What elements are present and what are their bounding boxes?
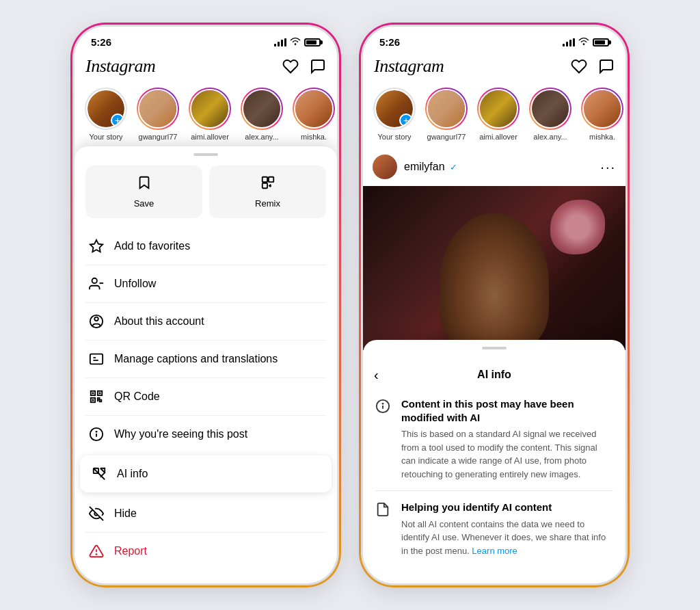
document-icon <box>375 502 392 518</box>
svg-marker-3 <box>90 240 103 252</box>
status-time: 5:26 <box>379 36 400 48</box>
svg-rect-14 <box>92 399 94 401</box>
back-button[interactable]: ‹ <box>374 367 379 383</box>
why-seeing-item[interactable]: Why you're seeing this post <box>75 416 337 453</box>
star-icon <box>88 238 105 254</box>
qr-code-item[interactable]: QR Code <box>75 378 337 415</box>
post-header: emilyfan ✓ ··· <box>363 148 625 186</box>
add-story-button[interactable]: + <box>399 114 413 127</box>
story-aimi-allover[interactable]: aimi.allover <box>476 88 520 141</box>
qr-code-icon <box>88 388 105 405</box>
story-label: gwangurl77 <box>139 133 178 141</box>
story-alex-any[interactable]: alex.any... <box>240 88 284 141</box>
ai-section-identify: Helping you identify AI content Not all … <box>363 491 625 567</box>
save-label: Save <box>134 198 154 209</box>
add-to-favorites-label: Add to favorites <box>114 240 190 252</box>
story-label: Your story <box>377 133 411 141</box>
bookmark-icon <box>137 175 152 194</box>
story-label: alex.any... <box>245 133 278 141</box>
wifi-icon <box>578 37 589 47</box>
right-phone: 5:26 <box>361 25 628 585</box>
story-label: mishka. <box>301 133 327 141</box>
heart-icon[interactable] <box>571 58 587 75</box>
instagram-header: Instagram <box>363 53 625 83</box>
battery-icon <box>593 38 609 47</box>
ai-info-item[interactable]: AI info <box>80 455 332 492</box>
signal-icon <box>563 38 575 47</box>
battery-icon <box>304 38 321 47</box>
story-your-story[interactable]: + Your story <box>373 88 416 141</box>
post-image <box>363 186 625 350</box>
status-bar: 5:26 <box>363 27 625 53</box>
signal-icon <box>274 38 286 47</box>
about-account-item[interactable]: About this account <box>75 303 337 340</box>
ai-section-1-text: This is based on a standard AI signal we… <box>401 427 613 481</box>
why-seeing-label: Why you're seeing this post <box>114 428 247 440</box>
heart-icon[interactable] <box>282 58 299 75</box>
add-story-button[interactable]: + <box>111 114 124 127</box>
ai-section-modified: Content in this post may have been modif… <box>363 388 625 490</box>
story-label: mishka. <box>589 133 615 141</box>
story-mishka[interactable]: mishka. <box>580 88 624 141</box>
ai-info-sheet: ‹ AI info Content in this post may have … <box>363 340 625 583</box>
story-alex-any[interactable]: alex.any... <box>528 88 572 141</box>
story-your-story[interactable]: + Your story <box>84 88 128 141</box>
hide-icon <box>88 505 105 522</box>
remix-icon <box>260 175 275 194</box>
post-user: emilyfan ✓ <box>373 155 457 179</box>
header-actions <box>571 58 615 75</box>
remix-button[interactable]: Remix <box>209 165 326 218</box>
messenger-icon[interactable] <box>310 58 326 75</box>
learn-more-link[interactable]: Learn more <box>472 546 517 556</box>
more-options-icon[interactable]: ··· <box>600 159 616 175</box>
story-label: Your story <box>89 133 122 141</box>
story-label: alex.any... <box>533 133 567 141</box>
report-icon <box>88 543 105 559</box>
post-avatar <box>373 155 397 179</box>
story-aimi-allover[interactable]: aimi.allover <box>188 88 232 141</box>
story-gwangurl77[interactable]: gwangurl77 <box>136 88 180 141</box>
story-gwangurl77[interactable]: gwangurl77 <box>425 88 468 141</box>
verified-badge: ✓ <box>450 162 457 172</box>
stories-row: + Your story gwangurl77 <box>363 83 625 148</box>
svg-rect-13 <box>99 393 101 395</box>
unfollow-item[interactable]: Unfollow <box>75 265 337 302</box>
ai-sparkle-icon <box>91 466 107 482</box>
hide-item[interactable]: Hide <box>75 495 337 532</box>
left-phone: 5:26 <box>72 25 339 585</box>
story-label: aimi.allover <box>479 133 517 141</box>
svg-point-7 <box>94 317 98 321</box>
svg-rect-1 <box>268 177 273 182</box>
svg-rect-8 <box>90 354 103 364</box>
remix-label: Remix <box>255 198 280 209</box>
action-buttons-row: Save Remix <box>75 165 337 228</box>
instagram-logo: Instagram <box>85 56 155 77</box>
flower-decoration <box>550 200 605 254</box>
add-to-favorites-item[interactable]: Add to favorites <box>75 228 337 265</box>
svg-point-4 <box>92 278 97 283</box>
instagram-header: Instagram <box>75 53 337 83</box>
manage-captions-label: Manage captions and translations <box>114 353 278 365</box>
about-account-label: About this account <box>114 315 204 328</box>
story-mishka[interactable]: mishka. <box>292 88 336 141</box>
info-circle-icon <box>88 426 105 442</box>
ai-section-2-text: Not all AI content contains the data we … <box>401 518 613 558</box>
story-label: gwangurl77 <box>427 133 466 141</box>
sheet-handle <box>482 347 507 349</box>
wifi-icon <box>290 37 301 47</box>
report-item[interactable]: Report <box>75 533 337 570</box>
status-bar: 5:26 <box>75 27 337 53</box>
report-label: Report <box>114 545 147 557</box>
svg-rect-2 <box>262 183 267 188</box>
status-icons <box>274 37 321 47</box>
hide-label: Hide <box>114 507 137 520</box>
header-actions <box>282 58 326 75</box>
manage-captions-item[interactable]: Manage captions and translations <box>75 341 337 377</box>
instagram-logo: Instagram <box>374 56 444 77</box>
account-circle-icon <box>88 313 105 330</box>
ai-sheet-title: AI info <box>477 369 511 381</box>
messenger-icon[interactable] <box>598 58 615 75</box>
qr-code-label: QR Code <box>114 390 160 403</box>
status-time: 5:26 <box>91 36 111 48</box>
save-button[interactable]: Save <box>85 165 202 218</box>
